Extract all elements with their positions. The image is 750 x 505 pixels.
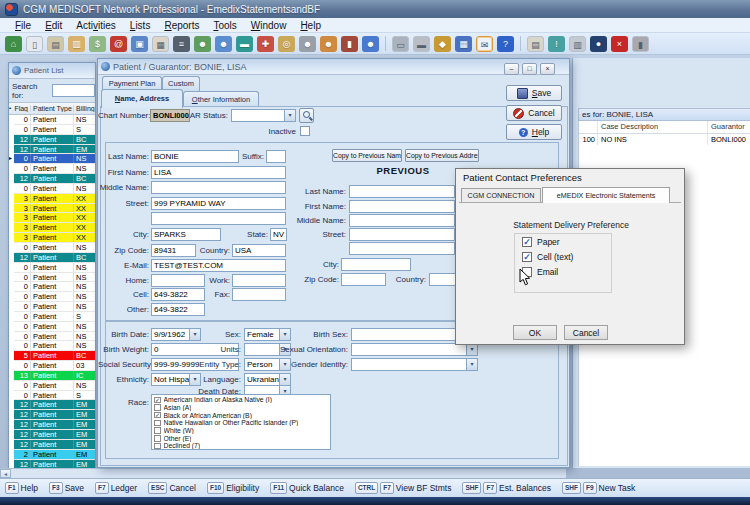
ar-status-combo[interactable]: ▾ (231, 109, 296, 122)
dialog-restore-button[interactable]: □ (522, 63, 537, 75)
patient-row[interactable]: 12 Patient EM (9, 400, 95, 410)
horizontal-scrollbar[interactable]: ◂ (0, 468, 566, 478)
patient-row[interactable]: 5 Patient BC (9, 351, 95, 361)
prev-middle-name-input[interactable] (349, 214, 455, 227)
documents-icon[interactable]: ▣ (131, 36, 148, 52)
suffix-input[interactable] (266, 150, 286, 163)
statement-icon[interactable]: ▤ (47, 36, 64, 52)
cell-phone-input[interactable]: 649-3822 (151, 288, 205, 301)
ar-status-lookup-button[interactable] (299, 108, 314, 123)
chevron-down-icon[interactable]: ▾ (279, 374, 290, 385)
prev-first-name-input[interactable] (349, 200, 455, 213)
menu-edit[interactable]: Edit (38, 18, 69, 33)
prev-street-input[interactable] (349, 228, 455, 241)
close-red-icon[interactable]: × (611, 36, 628, 52)
patient-row[interactable]: 0 Patient NS (9, 341, 95, 351)
guarantors-icon[interactable]: ☻ (215, 36, 232, 52)
race-option[interactable]: Declined (7) (154, 442, 330, 450)
race-option[interactable]: Asian (A) (154, 404, 330, 412)
menu-tools[interactable]: Tools (206, 18, 243, 33)
race-option[interactable]: Native Hawaiian or Other Pacific Islande… (154, 419, 330, 427)
dialog-close-button[interactable]: × (540, 63, 555, 75)
payments-icon[interactable]: $ (89, 36, 106, 52)
race-checkbox[interactable] (154, 420, 161, 427)
scroll-left-icon[interactable]: ◂ (0, 469, 11, 478)
patient-row[interactable]: 0 Patient NS (9, 273, 95, 283)
prev-last-name-input[interactable] (349, 185, 455, 198)
search-input[interactable] (52, 84, 95, 97)
copy-to-previous-address-button[interactable]: Copy to Previous Address (405, 149, 479, 162)
clinical-icon[interactable]: ! (548, 36, 565, 52)
flag-column-header[interactable]: Flag (14, 105, 30, 112)
patient-row[interactable]: 12 Patient BC (9, 253, 95, 263)
cases-column-headers[interactable]: Case Description Guarantor (579, 121, 750, 134)
patient-row[interactable]: 0 Patient NS (9, 322, 95, 332)
claim-search-icon[interactable]: ◎ (278, 36, 295, 52)
patient-row[interactable]: 13 Patient IC (9, 371, 95, 381)
race-checkbox[interactable] (154, 435, 161, 442)
email-input[interactable]: TEST@TEST.COM (151, 259, 286, 272)
patient-row[interactable]: 0 Patient S (9, 125, 95, 135)
race-checkbox[interactable] (154, 412, 161, 419)
chevron-down-icon[interactable]: ▾ (466, 359, 477, 370)
exit-icon[interactable]: ⌂ (5, 36, 22, 52)
patient-row[interactable]: 2 Patient EM (9, 450, 95, 460)
note-icon[interactable]: ▤ (527, 36, 544, 52)
cell-text-option[interactable]: Cell (text) (522, 252, 573, 262)
middle-name-input[interactable] (151, 181, 286, 194)
case-description-column[interactable]: Case Description (598, 121, 708, 133)
patient-row[interactable]: 3 Patient XX (9, 233, 95, 243)
patient-row[interactable]: 0 Patient NS (9, 164, 95, 174)
fax-input[interactable] (232, 288, 286, 301)
save-button[interactable]: Save (506, 85, 562, 101)
tab-name-address[interactable]: Name, Address (101, 89, 183, 108)
tab-emedix-statements[interactable]: eMEDIX Electronic Statements (542, 187, 670, 203)
patient-row[interactable]: 0 Patient 03 (9, 361, 95, 371)
charges-icon[interactable]: ▥ (68, 36, 85, 52)
patient-row[interactable]: 12 Patient EM (9, 430, 95, 440)
patient-row[interactable]: 12 Patient BC (9, 135, 95, 145)
cancel-button[interactable]: Cancel (506, 105, 562, 121)
copy-to-previous-name-button[interactable]: Copy to Previous Name (332, 149, 402, 162)
patient-row[interactable]: 0 Patient NS (9, 243, 95, 253)
race-checkbox[interactable] (154, 427, 161, 434)
home-phone-input[interactable] (151, 274, 205, 287)
race-option[interactable]: White (W) (154, 427, 330, 435)
group-icon[interactable]: ☻ (362, 36, 379, 52)
menu-reports[interactable]: Reports (157, 18, 206, 33)
patient-row[interactable]: 3 Patient XX (9, 194, 95, 204)
prev-street2-input[interactable] (349, 242, 455, 255)
status-light-icon[interactable]: ≡ (173, 36, 190, 52)
menu-help[interactable]: Help (293, 18, 328, 33)
race-checkbox[interactable] (154, 443, 161, 450)
vehicle-icon[interactable]: ▬ (413, 36, 430, 52)
menu-lists[interactable]: Lists (123, 18, 158, 33)
city-input[interactable]: SPARKS (151, 228, 221, 241)
help-button[interactable]: Help (506, 124, 562, 140)
person-icon[interactable]: ☻ (299, 36, 316, 52)
race-option[interactable]: American Indian or Alaska Native (I) (154, 396, 330, 404)
web-icon[interactable]: ● (590, 36, 607, 52)
menu-activities[interactable]: Activities (69, 18, 122, 33)
toolbar-separator[interactable] (520, 36, 521, 51)
user-icon[interactable]: ☻ (320, 36, 337, 52)
emergency-icon[interactable]: @ (110, 36, 127, 52)
country-input[interactable]: USA (232, 244, 286, 257)
patient-row[interactable]: 12 Patient BC (9, 174, 95, 184)
help-icon[interactable]: ? (497, 36, 514, 52)
new-record-icon[interactable]: ▯ (26, 36, 43, 52)
case-row[interactable]: 100 NO INS BONLI000 (579, 134, 750, 145)
race-checkbox[interactable] (154, 404, 161, 411)
paper-option[interactable]: Paper (522, 237, 560, 247)
patient-row[interactable]: 12 Patient EM (9, 410, 95, 420)
patient-row[interactable]: 0 Patient NS (9, 184, 95, 194)
appointments-icon[interactable]: ▦ (152, 36, 169, 52)
patient-row[interactable]: 0 Patient NS (9, 302, 95, 312)
emedix-statements-icon[interactable]: ✉ (476, 36, 493, 52)
other-phone-input[interactable]: 649-3822 (151, 303, 205, 316)
contact-cancel-button[interactable]: Cancel (564, 325, 608, 340)
zip-input[interactable]: 89431 (151, 244, 196, 257)
patient-row[interactable]: 0 Patient NS (9, 282, 95, 292)
patient-row[interactable]: 0 Patient S (9, 391, 95, 401)
patient-row[interactable]: 3 Patient XX (9, 223, 95, 233)
